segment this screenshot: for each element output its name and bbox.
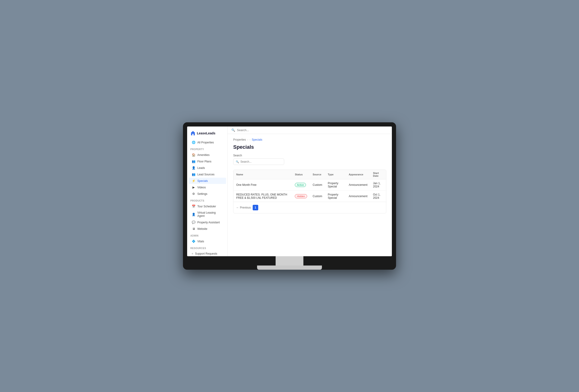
sidebar-item-all-properties[interactable]: 🌐 All Properties xyxy=(189,139,226,146)
col-status: Status xyxy=(292,170,310,179)
prev-arrow-icon: ← xyxy=(236,206,239,209)
search-box: 🔍 xyxy=(233,158,284,165)
sidebar-item-property-assistant[interactable]: 💬 Property Assistant xyxy=(189,219,226,226)
cell-appearance: Announcement xyxy=(346,191,370,202)
sidebar-item-vitals[interactable]: 💠 Vitals xyxy=(189,238,226,244)
status-badge: Hidden xyxy=(295,194,307,198)
topbar-search-input[interactable] xyxy=(237,128,283,132)
sidebar-amenities-label: Amenities xyxy=(197,153,210,157)
page-title: Specials xyxy=(233,144,386,150)
cell-type: Property Special xyxy=(325,191,346,202)
topbar: 🔍 xyxy=(228,127,392,134)
sidebar-floor-plans-label: Floor Plans xyxy=(197,160,212,163)
cell-name: REDUCED RATES. PLUS, ONE MONTH FREE & $1… xyxy=(233,191,292,202)
virtual-leasing-icon: 👤 xyxy=(192,213,196,216)
previous-label: Previous xyxy=(240,206,251,209)
property-assistant-icon: 💬 xyxy=(192,221,196,224)
col-source: Source xyxy=(310,170,325,179)
lead-sources-icon: 👥 xyxy=(192,173,196,176)
sidebar-vitals-label: Vitals xyxy=(197,240,204,243)
search-label: Search xyxy=(233,154,386,157)
search-box-icon: 🔍 xyxy=(236,160,239,163)
sidebar-item-videos[interactable]: ▶ Videos xyxy=(189,184,226,190)
col-appearance: Appearance xyxy=(346,170,370,179)
vitals-icon: 💠 xyxy=(192,239,196,243)
sidebar-item-lead-sources[interactable]: 👥 Lead Sources xyxy=(189,171,226,177)
sidebar-property-assistant-label: Property Assistant xyxy=(197,221,220,224)
table-header-row: Name Status Source Type Appearance Start… xyxy=(233,170,386,179)
specials-table: Name Status Source Type Appearance Start… xyxy=(233,170,386,213)
search-input[interactable] xyxy=(240,160,282,163)
stand-neck xyxy=(276,256,303,265)
monitor-stand xyxy=(187,256,392,270)
floor-plans-icon: 👥 xyxy=(192,160,196,163)
logo-icon xyxy=(190,131,196,136)
sidebar-lead-sources-label: Lead Sources xyxy=(197,173,215,176)
settings-icon: ⚙ xyxy=(192,192,196,196)
pagination-previous-button[interactable]: ← Previous xyxy=(236,206,251,209)
breadcrumb-sep-2: › xyxy=(249,138,250,141)
logo: LeaseLeads xyxy=(187,130,227,139)
pagination: ← Previous 1 xyxy=(233,202,386,213)
website-icon: 🖥 xyxy=(192,227,196,231)
sidebar-support-requests-label: Support Requests xyxy=(195,252,217,255)
sidebar-virtual-leasing-label: Virtual Leasing Agent xyxy=(197,211,223,218)
sidebar-resources-section: Resources xyxy=(187,245,227,250)
table-row[interactable]: REDUCED RATES. PLUS, ONE MONTH FREE & $1… xyxy=(233,191,386,202)
col-name: Name xyxy=(233,170,292,179)
cell-status: Hidden xyxy=(292,191,310,202)
stand-base xyxy=(257,265,322,270)
main-area: 🔍 Properties › › Specials Specials xyxy=(228,127,392,256)
page-number-1[interactable]: 1 xyxy=(253,205,258,210)
sidebar-products-section: Products xyxy=(187,197,227,203)
amenities-icon: 🏠 xyxy=(192,153,196,157)
sidebar-item-support-requests[interactable]: Support Requests xyxy=(189,251,226,256)
topbar-search-icon: 🔍 xyxy=(231,128,235,132)
dot-icon xyxy=(192,253,193,254)
sidebar-item-settings[interactable]: ⚙ Settings xyxy=(189,191,226,197)
sidebar-all-properties-label: All Properties xyxy=(197,141,214,144)
specials-icon: ⚡ xyxy=(192,179,196,183)
sidebar-tour-scheduler-label: Tour Scheduler xyxy=(197,205,216,208)
cell-name: One Month Free xyxy=(233,179,292,191)
globe-icon: 🌐 xyxy=(192,141,196,144)
sidebar-item-website[interactable]: 🖥 Website xyxy=(189,226,226,232)
sidebar-settings-label: Settings xyxy=(197,192,207,196)
col-type: Type xyxy=(325,170,346,179)
breadcrumb: Properties › › Specials xyxy=(233,138,386,141)
col-start-date: Start Date xyxy=(370,170,386,179)
sidebar-leads-label: Leads xyxy=(197,166,205,170)
cell-start-date: Jan 1, 2024 xyxy=(370,179,386,191)
cell-type: Property Special xyxy=(325,179,346,191)
sidebar-admin-section: Admin xyxy=(187,232,227,238)
sidebar: LeaseLeads 🌐 All Properties Property 🏠 A… xyxy=(187,127,228,256)
sidebar-item-virtual-leasing-agent[interactable]: 👤 Virtual Leasing Agent xyxy=(189,210,226,219)
table-row[interactable]: One Month Free Active Custom Property Sp… xyxy=(233,179,386,191)
sidebar-item-tour-scheduler[interactable]: 📅 Tour Scheduler xyxy=(189,203,226,209)
sidebar-item-specials[interactable]: ⚡ Specials xyxy=(189,178,226,184)
sidebar-item-floor-plans[interactable]: 👥 Floor Plans xyxy=(189,158,226,164)
sidebar-videos-label: Videos xyxy=(197,186,206,189)
tour-scheduler-icon: 📅 xyxy=(192,205,196,208)
breadcrumb-current: Specials xyxy=(252,138,262,141)
status-badge: Active xyxy=(295,183,306,187)
content-area: Properties › › Specials Specials Search … xyxy=(228,134,392,256)
videos-icon: ▶ xyxy=(192,186,196,189)
leads-icon: 👤 xyxy=(192,166,196,170)
sidebar-property-section: Property xyxy=(187,146,227,152)
sidebar-item-leads[interactable]: 👤 Leads xyxy=(189,165,226,171)
cell-appearance: Announcement xyxy=(346,179,370,191)
breadcrumb-properties[interactable]: Properties xyxy=(233,138,246,141)
cell-status: Active xyxy=(292,179,310,191)
cell-source: Custom xyxy=(310,191,325,202)
sidebar-specials-label: Specials xyxy=(197,179,208,183)
sidebar-website-label: Website xyxy=(197,227,207,231)
logo-text: LeaseLeads xyxy=(197,131,216,135)
sidebar-item-amenities[interactable]: 🏠 Amenities xyxy=(189,152,226,158)
breadcrumb-sep-1: › xyxy=(247,138,248,141)
cell-source: Custom xyxy=(310,179,325,191)
cell-start-date: Oct 1, 2024 xyxy=(370,191,386,202)
